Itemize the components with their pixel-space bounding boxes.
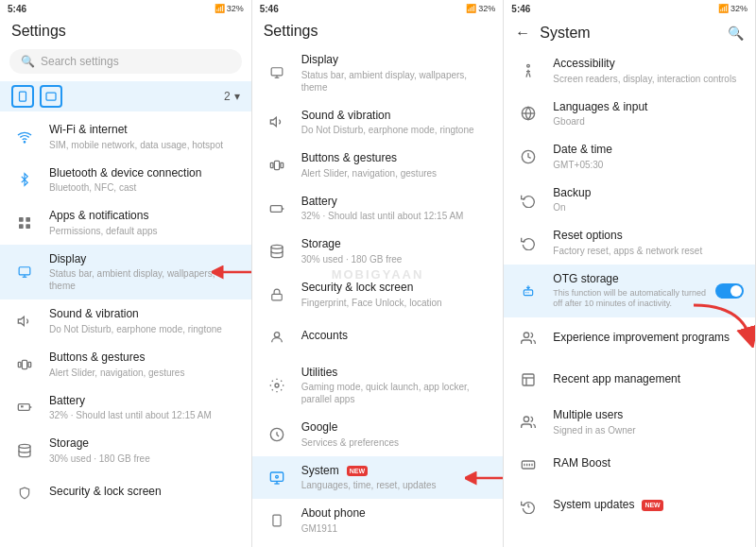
tab-tablet-icon[interactable]: [40, 85, 62, 108]
p2-settings-item-battery[interactable]: Battery 32% · Should last until about 12…: [252, 187, 504, 231]
settings-item-multiuser[interactable]: Multiple users Signed in as Owner: [504, 401, 755, 444]
buttons-item-text: Buttons & gestures Alert Slider, navigat…: [49, 350, 240, 379]
system-badge: NEW: [347, 466, 368, 476]
status-bar-3: 5:46 📶 32%: [504, 0, 755, 17]
settings-item-sound[interactable]: Sound & vibration Do Not Disturb, earpho…: [0, 299, 251, 343]
search-bar-1[interactable]: 🔍 Search settings: [9, 49, 242, 74]
svg-rect-48: [523, 374, 534, 385]
p2-buttons-item-text: Buttons & gestures Alert Slider, navigat…: [301, 151, 492, 179]
settings-item-accessibility[interactable]: Accessibility Screen readers, display, i…: [504, 49, 755, 93]
otg-toggle[interactable]: [715, 283, 744, 299]
settings-item-systemupdates[interactable]: System updates NEW: [504, 486, 755, 527]
tab-row-1: 2 ▾: [0, 81, 251, 111]
svg-rect-6: [26, 224, 30, 229]
svg-point-47: [524, 333, 529, 337]
bluetooth-item-text: Bluetooth & device connection Bluetooth,…: [49, 166, 240, 195]
p2-google-item-text: Google Services & preferences: [301, 420, 492, 449]
battery-title: Battery: [49, 394, 240, 409]
apps-subtitle: Permissions, default apps: [49, 225, 240, 237]
p2-storage-item-text: Storage 30% used · 180 GB free: [301, 237, 492, 265]
time-1: 5:46: [8, 4, 26, 14]
wifi-icon: [11, 124, 38, 150]
p2-phone-icon: [264, 507, 290, 534]
sound-title: Sound & vibration: [49, 307, 240, 322]
bluetooth-subtitle: Bluetooth, NFC, cast: [49, 181, 240, 194]
red-arrow-1: [212, 261, 251, 283]
p2-settings-item-display[interactable]: Display Status bar, ambient display, wal…: [252, 45, 504, 101]
ramboost-item-text: RAM Boost: [553, 456, 744, 472]
p2-sound-icon: [264, 109, 290, 135]
settings-item-wifi[interactable]: Wi-Fi & internet SIM, mobile network, da…: [0, 115, 251, 159]
p2-settings-item-storage[interactable]: Storage 30% used · 180 GB free: [252, 230, 504, 273]
p2-settings-item-buttons[interactable]: Buttons & gestures Alert Slider, navigat…: [252, 144, 504, 187]
svg-rect-13: [22, 360, 26, 368]
svg-point-36: [275, 475, 278, 478]
otg-icon: [515, 278, 541, 304]
settings-item-ramboost[interactable]: RAM Boost: [504, 444, 755, 486]
p2-settings-item-phone[interactable]: About phone GM1911: [252, 499, 504, 542]
svg-rect-24: [274, 161, 279, 169]
status-bar-2: 5:46 📶 32%: [252, 0, 504, 17]
search-button-3[interactable]: 🔍: [728, 26, 744, 41]
p2-buttons-icon: [264, 152, 290, 179]
p2-storage-icon: [264, 238, 290, 265]
svg-point-2: [24, 141, 25, 142]
p2-settings-item-sound[interactable]: Sound & vibration Do Not Disturb, earpho…: [252, 101, 504, 145]
chevron-down-icon: ▾: [234, 90, 240, 103]
panel-3: 5:46 📶 32% ← System 🔍 Accessibility Scre…: [504, 0, 756, 547]
p2-settings-item-accounts[interactable]: Accounts: [252, 316, 504, 358]
systemupdates-title: System updates: [553, 498, 634, 513]
settings-item-reset[interactable]: Reset options Factory reset, apps & netw…: [504, 221, 755, 265]
settings-item-buttons[interactable]: Buttons & gestures Alert Slider, navigat…: [0, 343, 251, 386]
settings-item-languages[interactable]: Languages & input Gboard: [504, 93, 755, 136]
p2-security-icon: [264, 282, 290, 308]
p2-settings-item-security[interactable]: Security & lock screen Fingerprint, Face…: [252, 273, 504, 316]
systemupdates-item-text: System updates NEW: [553, 498, 744, 514]
security-item-text: Security & lock screen: [49, 485, 240, 501]
settings-item-datetime[interactable]: Date & time GMT+05:30: [504, 135, 755, 179]
svg-point-40: [527, 64, 530, 67]
systemupdates-icon: [515, 493, 541, 520]
p2-settings-item-system[interactable]: System NEW Languages, time, reset, updat…: [252, 456, 504, 500]
svg-rect-52: [523, 461, 535, 469]
settings-item-battery[interactable]: Battery 32% · Should last until about 12…: [0, 386, 251, 430]
search-placeholder-1: Search settings: [41, 55, 119, 68]
svg-point-18: [19, 444, 30, 448]
p2-system-icon: [264, 465, 290, 491]
back-button[interactable]: ←: [515, 25, 530, 42]
apps-title: Apps & notifications: [49, 209, 240, 224]
svg-rect-26: [270, 205, 282, 212]
languages-item-text: Languages & input Gboard: [553, 100, 744, 128]
datetime-item-text: Date & time GMT+05:30: [553, 143, 744, 171]
settings-item-storage[interactable]: Storage 30% used · 180 GB free: [0, 429, 251, 472]
p2-phone-item-text: About phone GM1911: [301, 506, 492, 535]
panel3-list: Accessibility Screen readers, display, i…: [504, 49, 755, 547]
settings-item-recentapp[interactable]: Recent app management: [504, 359, 755, 401]
sound-item-text: Sound & vibration Do Not Disturb, earpho…: [49, 307, 240, 335]
storage-title: Storage: [49, 436, 240, 452]
buttons-title: Buttons & gestures: [49, 350, 240, 366]
wifi-subtitle: SIM, mobile network, data usage, hotspot: [49, 139, 240, 151]
p2-settings-item-google[interactable]: Google Services & preferences: [252, 413, 504, 456]
security-icon: [11, 480, 38, 506]
p2-google-icon: [264, 421, 290, 448]
svg-rect-25: [281, 162, 284, 167]
datetime-icon: [515, 144, 541, 170]
svg-rect-23: [270, 162, 273, 167]
p2-settings-item-utilities[interactable]: Utilities Gaming mode, quick launch, app…: [252, 358, 504, 414]
tab-phone-icon[interactable]: [11, 85, 34, 108]
buttons-icon: [11, 351, 38, 378]
storage-item-text: Storage 30% used · 180 GB free: [49, 436, 240, 465]
settings-item-bluetooth[interactable]: Bluetooth & device connection Bluetooth,…: [0, 159, 251, 202]
panel-1: 5:46 📶 32% Settings 🔍 Search settings 2 …: [0, 0, 252, 547]
settings-item-backup[interactable]: Backup On: [504, 179, 755, 222]
settings-item-apps[interactable]: Apps & notifications Permissions, defaul…: [0, 201, 251, 245]
settings-item-otg[interactable]: OTG storage This function will be automa…: [504, 265, 755, 317]
settings-item-security[interactable]: Security & lock screen: [0, 472, 251, 514]
bluetooth-title: Bluetooth & device connection: [49, 166, 240, 181]
p2-battery-item-text: Battery 32% · Should last until about 12…: [301, 195, 492, 223]
settings-item-display[interactable]: Display Status bar, ambient display, wal…: [0, 245, 251, 300]
svg-point-51: [524, 417, 529, 421]
time-2: 5:46: [260, 4, 279, 14]
svg-rect-4: [26, 217, 30, 222]
